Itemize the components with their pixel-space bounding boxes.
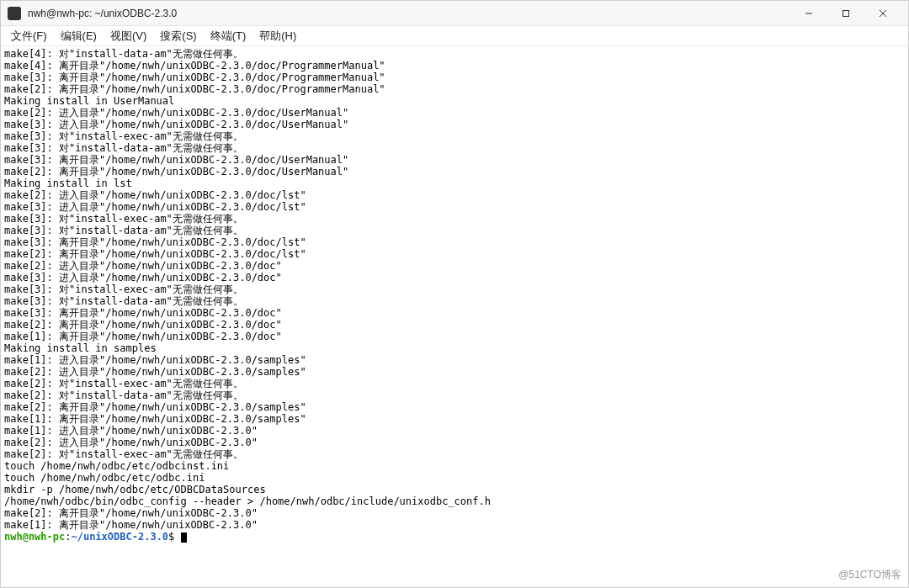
maximize-button[interactable] (827, 2, 864, 25)
terminal-output-line: Making install in UserManual (4, 95, 905, 107)
terminal-output-line: make[3]: 离开目录"/home/nwh/unixODBC-2.3.0/d… (4, 307, 905, 319)
terminal-output-line: make[3]: 进入目录"/home/nwh/unixODBC-2.3.0/d… (4, 119, 905, 130)
prompt-user: nwh@nwh-pc (4, 531, 65, 543)
terminal-output-line: make[3]: 离开目录"/home/nwh/unixODBC-2.3.0/d… (4, 72, 905, 83)
terminal-output-line: make[2]: 进入目录"/home/nwh/unixODBC-2.3.0/d… (4, 189, 905, 201)
terminal-output-line: make[1]: 离开目录"/home/nwh/unixODBC-2.3.0/s… (4, 413, 905, 425)
terminal-output-line: make[2]: 进入目录"/home/nwh/unixODBC-2.3.0/d… (4, 260, 905, 272)
prompt-path: ~/unixODBC-2.3.0 (71, 531, 168, 543)
terminal-output-line: make[1]: 进入目录"/home/nwh/unixODBC-2.3.0" (4, 425, 905, 437)
terminal-output-line: make[2]: 进入目录"/home/nwh/unixODBC-2.3.0/s… (4, 366, 905, 378)
menu-edit[interactable]: 编辑(E) (54, 27, 104, 45)
menu-search[interactable]: 搜索(S) (153, 27, 203, 45)
terminal-output-line: make[2]: 对"install-exec-am"无需做任何事。 (4, 448, 905, 460)
window-controls (790, 2, 901, 25)
terminal-output-line: make[3]: 对"install-exec-am"无需做任何事。 (4, 213, 905, 225)
terminal-output-line: make[4]: 对"install-data-am"无需做任何事。 (4, 48, 905, 60)
minimize-button[interactable] (790, 2, 827, 25)
menubar: 文件(F) 编辑(E) 视图(V) 搜索(S) 终端(T) 帮助(H) (1, 26, 908, 46)
menu-file[interactable]: 文件(F) (4, 27, 54, 45)
terminal-output-line: make[2]: 离开目录"/home/nwh/unixODBC-2.3.0/s… (4, 401, 905, 413)
terminal-output-line: make[3]: 对"install-data-am"无需做任何事。 (4, 225, 905, 236)
menu-help[interactable]: 帮助(H) (252, 27, 303, 45)
terminal-output-line: make[4]: 离开目录"/home/nwh/unixODBC-2.3.0/d… (4, 60, 905, 72)
terminal-body[interactable]: make[4]: 对"install-data-am"无需做任何事。make[4… (1, 46, 908, 587)
close-icon (879, 9, 887, 18)
terminal-prompt-line[interactable]: nwh@nwh-pc:~/unixODBC-2.3.0$ (4, 531, 905, 543)
terminal-output-line: make[2]: 离开目录"/home/nwh/unixODBC-2.3.0/d… (4, 166, 905, 177)
terminal-output-line: make[2]: 离开目录"/home/nwh/unixODBC-2.3.0/d… (4, 248, 905, 260)
terminal-output-line: make[2]: 进入目录"/home/nwh/unixODBC-2.3.0" (4, 437, 905, 448)
menu-terminal[interactable]: 终端(T) (204, 27, 253, 45)
terminal-output-line: make[3]: 离开目录"/home/nwh/unixODBC-2.3.0/d… (4, 154, 905, 166)
terminal-output-line: make[2]: 离开目录"/home/nwh/unixODBC-2.3.0" (4, 507, 905, 519)
maximize-icon (842, 9, 850, 18)
terminal-output-line: make[3]: 对"install-exec-am"无需做任何事。 (4, 283, 905, 295)
terminal-output-line: make[3]: 离开目录"/home/nwh/unixODBC-2.3.0/d… (4, 236, 905, 248)
terminal-cursor (181, 532, 187, 543)
close-button[interactable] (864, 2, 901, 25)
terminal-output-line: make[2]: 对"install-data-am"无需做任何事。 (4, 389, 905, 401)
terminal-output-line: Making install in samples (4, 342, 905, 354)
terminal-output-line: make[3]: 进入目录"/home/nwh/unixODBC-2.3.0/d… (4, 201, 905, 213)
terminal-output-line: touch /home/nwh/odbc/etc/odbc.ini (4, 472, 905, 484)
terminal-output-line: make[3]: 对"install-data-am"无需做任何事。 (4, 142, 905, 154)
terminal-output-line: mkdir -p /home/nwh/odbc/etc/ODBCDataSour… (4, 484, 905, 495)
terminal-output-line: make[1]: 离开目录"/home/nwh/unixODBC-2.3.0" (4, 519, 905, 531)
app-icon (8, 7, 21, 20)
terminal-output-line: /home/nwh/odbc/bin/odbc_config --header … (4, 495, 905, 507)
terminal-output-line: make[3]: 对"install-exec-am"无需做任何事。 (4, 130, 905, 142)
terminal-output-line: make[3]: 对"install-data-am"无需做任何事。 (4, 295, 905, 307)
terminal-output-line: make[2]: 对"install-exec-am"无需做任何事。 (4, 378, 905, 389)
terminal-window: nwh@nwh-pc: ~/unixODBC-2.3.0 文件(F) 编辑(E)… (0, 0, 909, 588)
terminal-output-line: make[1]: 离开目录"/home/nwh/unixODBC-2.3.0/d… (4, 331, 905, 342)
menu-view[interactable]: 视图(V) (104, 27, 153, 45)
svg-rect-1 (843, 10, 849, 16)
window-title: nwh@nwh-pc: ~/unixODBC-2.3.0 (28, 8, 790, 19)
terminal-output-line: touch /home/nwh/odbc/etc/odbcinst.ini (4, 460, 905, 472)
titlebar[interactable]: nwh@nwh-pc: ~/unixODBC-2.3.0 (1, 1, 908, 26)
terminal-output-line: make[2]: 离开目录"/home/nwh/unixODBC-2.3.0/d… (4, 319, 905, 331)
prompt-symbol: $ (168, 531, 180, 543)
terminal-output-line: make[1]: 进入目录"/home/nwh/unixODBC-2.3.0/s… (4, 354, 905, 366)
terminal-output-line: make[3]: 进入目录"/home/nwh/unixODBC-2.3.0/d… (4, 272, 905, 283)
terminal-output-line: make[2]: 进入目录"/home/nwh/unixODBC-2.3.0/d… (4, 107, 905, 119)
terminal-output-line: Making install in lst (4, 177, 905, 189)
terminal-output-line: make[2]: 离开目录"/home/nwh/unixODBC-2.3.0/d… (4, 83, 905, 95)
minimize-icon (805, 9, 813, 18)
